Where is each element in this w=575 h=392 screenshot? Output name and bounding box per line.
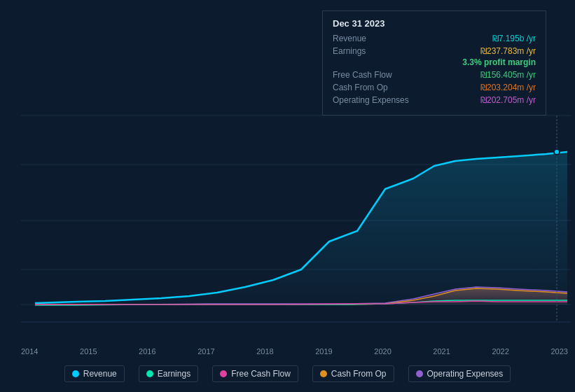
legend-label-opex: Operating Expenses (427, 369, 504, 379)
tooltip-label-cashfromop: Cash From Op (333, 83, 424, 92)
legend-label-earnings: Earnings (158, 369, 190, 379)
x-label-2014: 2014 (21, 347, 38, 356)
x-axis-labels: 2014 2015 2016 2017 2018 2019 2020 2021 … (21, 347, 568, 356)
legend-item-fcf[interactable]: Free Cash Flow (212, 365, 298, 382)
legend-dot-fcf (220, 370, 227, 377)
legend-dot-revenue (72, 370, 79, 377)
x-label-2015: 2015 (80, 347, 97, 356)
tooltip-value-revenue: ₪7.195b /yr (492, 34, 536, 43)
tooltip-box: Dec 31 2023 Revenue ₪7.195b /yr Earnings… (322, 10, 546, 115)
tooltip-value-fcf: ₪156.405m /yr (480, 70, 536, 80)
tooltip-date: Dec 31 2023 (333, 18, 536, 29)
legend-label-revenue: Revenue (83, 369, 117, 379)
legend-dot-opex (416, 370, 423, 377)
tooltip-row-fcf: Free Cash Flow ₪156.405m /yr (333, 70, 536, 80)
tooltip-label-revenue: Revenue (333, 34, 424, 43)
legend-item-earnings[interactable]: Earnings (139, 365, 198, 382)
x-label-2016: 2016 (139, 347, 155, 356)
x-label-2022: 2022 (492, 347, 508, 356)
tooltip-label-opex: Operating Expenses (333, 95, 424, 105)
x-label-2023: 2023 (550, 347, 567, 356)
legend-item-opex[interactable]: Operating Expenses (408, 365, 511, 382)
x-label-2021: 2021 (433, 347, 450, 356)
legend-label-cashfromop: Cash From Op (331, 369, 387, 379)
legend-label-fcf: Free Cash Flow (231, 369, 291, 379)
profit-margin-text: 3.3% profit margin (462, 57, 536, 67)
tooltip-label-earnings: Earnings (333, 46, 424, 56)
legend: Revenue Earnings Free Cash Flow Cash Fro… (0, 365, 575, 382)
tooltip-row-opex: Operating Expenses ₪202.705m /yr (333, 95, 536, 105)
svg-point-11 (554, 149, 560, 155)
chart-svg (0, 108, 575, 332)
legend-dot-cashfromop (320, 370, 327, 377)
tooltip-row-earnings: Earnings ₪237.783m /yr (333, 46, 536, 56)
chart-container: Dec 31 2023 Revenue ₪7.195b /yr Earnings… (0, 0, 575, 392)
tooltip-value-cashfromop: ₪203.204m /yr (480, 83, 536, 92)
tooltip-label-fcf: Free Cash Flow (333, 70, 424, 80)
tooltip-value-opex: ₪202.705m /yr (480, 95, 536, 105)
legend-item-cashfromop[interactable]: Cash From Op (312, 365, 394, 382)
x-label-2020: 2020 (374, 347, 391, 356)
legend-dot-earnings (146, 370, 153, 377)
tooltip-value-earnings: ₪237.783m /yr (480, 46, 536, 56)
x-label-2018: 2018 (256, 347, 273, 356)
tooltip-row-cashfromop: Cash From Op ₪203.204m /yr (333, 83, 536, 92)
profit-margin-row: 3.3% profit margin (333, 57, 536, 67)
x-label-2017: 2017 (198, 347, 214, 356)
x-label-2019: 2019 (315, 347, 332, 356)
tooltip-row-revenue: Revenue ₪7.195b /yr (333, 34, 536, 43)
legend-item-revenue[interactable]: Revenue (64, 365, 125, 382)
